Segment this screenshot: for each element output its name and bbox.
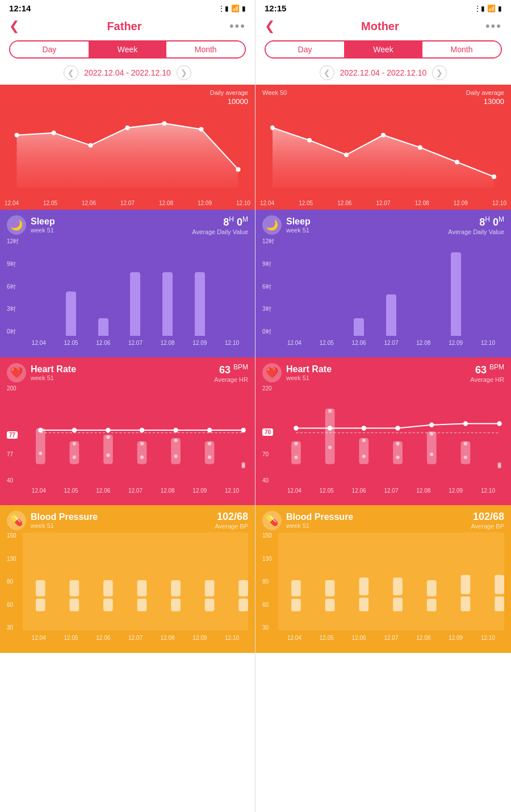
bp-x-label: 12.06 bbox=[96, 635, 110, 641]
hr-y-label: 40 bbox=[7, 477, 16, 484]
sleep-y-labels: 12时9时6时3时0时 bbox=[262, 238, 274, 336]
steps-x-labels: 12.0412.0512.0612.0712.0812.0912.10 bbox=[5, 200, 250, 206]
hr-x-label: 12.07 bbox=[384, 488, 398, 494]
tab-month[interactable]: Month bbox=[166, 41, 245, 57]
svg-point-55 bbox=[455, 160, 459, 164]
svg-point-31 bbox=[106, 428, 110, 432]
steps-x-label: 12.05 bbox=[299, 200, 313, 206]
sleep-bar bbox=[354, 318, 364, 336]
svg-point-84 bbox=[463, 422, 467, 426]
hr-y-labels: 2207040 bbox=[262, 385, 272, 484]
heart-rate-card: ❤️ Heart Rate week 51 63 BPM Average HR … bbox=[0, 357, 255, 505]
bp-x-label: 12.09 bbox=[192, 635, 207, 641]
steps-chart bbox=[5, 109, 250, 194]
hr-y-label: 77 bbox=[7, 451, 16, 457]
bp-svg-chart bbox=[23, 532, 248, 631]
svg-point-78 bbox=[497, 463, 501, 466]
svg-rect-95 bbox=[427, 580, 437, 597]
sleep-value-group: 8H 0M Average Daily Value bbox=[448, 215, 504, 235]
svg-point-63 bbox=[328, 445, 332, 449]
tab-week[interactable]: Week bbox=[89, 41, 167, 57]
tab-day[interactable]: Day bbox=[266, 41, 344, 57]
svg-point-25 bbox=[208, 456, 211, 459]
svg-rect-49 bbox=[238, 580, 248, 596]
svg-point-62 bbox=[328, 409, 332, 413]
steps-value: 10000 bbox=[228, 97, 248, 106]
more-button[interactable]: ••• bbox=[229, 19, 246, 34]
svg-rect-14 bbox=[103, 435, 113, 464]
tab-week[interactable]: Week bbox=[344, 41, 422, 57]
svg-rect-91 bbox=[359, 577, 368, 595]
status-time: 12:14 bbox=[9, 3, 31, 13]
bp-y-labels: 150130806030 bbox=[262, 532, 272, 631]
date-range: 2022.12.04 - 2022.12.10 bbox=[340, 68, 427, 77]
hr-avg-label: Average HR bbox=[470, 376, 504, 383]
sleep-y-label: 0时 bbox=[7, 328, 19, 336]
svg-point-60 bbox=[294, 456, 298, 459]
date-next-button[interactable]: ❯ bbox=[177, 65, 191, 80]
date-next-button[interactable]: ❯ bbox=[432, 65, 447, 80]
sleep-y-label: 9时 bbox=[7, 260, 19, 268]
hr-value: 63 BPM bbox=[470, 363, 504, 376]
wifi-icon: 📶 bbox=[487, 5, 496, 13]
steps-x-label: 12.10 bbox=[236, 200, 250, 206]
sleep-y-label: 6时 bbox=[262, 283, 274, 291]
bp-x-label: 12.04 bbox=[287, 635, 301, 641]
panel-father: 12:14 ⋮▮ 📶 ▮ ❮ Father ••• DayWeekMonth ❮… bbox=[0, 0, 256, 812]
sleep-bar bbox=[162, 272, 173, 336]
svg-point-34 bbox=[207, 428, 211, 432]
svg-rect-97 bbox=[461, 575, 471, 594]
date-navigator: ❮ 2022.12.04 - 2022.12.10 ❯ bbox=[0, 63, 255, 85]
bp-x-label: 12.10 bbox=[481, 635, 495, 641]
svg-rect-46 bbox=[205, 599, 215, 611]
hr-x-label: 12.05 bbox=[320, 488, 334, 494]
sleep-title-group: 🌙 Sleep week 51 bbox=[7, 215, 55, 235]
sleep-x-label: 12.05 bbox=[64, 340, 78, 346]
date-prev-button[interactable]: ❮ bbox=[320, 65, 334, 80]
svg-point-66 bbox=[362, 455, 366, 458]
hr-avg-label: Average HR bbox=[214, 376, 248, 383]
more-button[interactable]: ••• bbox=[485, 19, 502, 34]
tab-day[interactable]: Day bbox=[10, 41, 89, 57]
sleep-value-group: 8H 0M Average Daily Value bbox=[192, 215, 248, 235]
hr-header: ❤️ Heart Rate week 51 63 BPM Average HR bbox=[7, 363, 248, 383]
svg-rect-38 bbox=[70, 599, 79, 611]
back-button[interactable]: ❮ bbox=[265, 19, 275, 34]
svg-point-74 bbox=[464, 442, 467, 445]
svg-point-1 bbox=[52, 131, 55, 135]
date-prev-button[interactable]: ❮ bbox=[64, 65, 78, 80]
steps-x-label: 12.07 bbox=[376, 200, 390, 206]
sleep-x-label: 12.07 bbox=[384, 340, 398, 346]
steps-card: Daily average10000 12.0412.0512.0612.071… bbox=[0, 85, 255, 210]
bp-x-label: 12.08 bbox=[161, 635, 175, 641]
bp-y-label: 30 bbox=[262, 624, 272, 631]
tab-month[interactable]: Month bbox=[422, 41, 501, 57]
svg-rect-36 bbox=[36, 599, 45, 611]
svg-rect-86 bbox=[291, 599, 301, 611]
steps-avg-label: Daily average bbox=[210, 89, 248, 96]
hr-value: 63 BPM bbox=[214, 363, 248, 376]
sleep-x-label: 12.04 bbox=[287, 340, 301, 346]
hr-y-label: 40 bbox=[262, 477, 272, 484]
sleep-avg-label: Average Daily Value bbox=[448, 228, 504, 235]
sleep-bar bbox=[386, 294, 396, 336]
date-navigator: ❮ 2022.12.04 - 2022.12.10 ❯ bbox=[256, 63, 511, 85]
bp-x-label: 12.07 bbox=[128, 635, 143, 641]
hr-x-label: 12.09 bbox=[192, 488, 207, 494]
hr-y-label: 70 bbox=[262, 451, 272, 457]
svg-rect-45 bbox=[171, 580, 181, 596]
sleep-labels: Sleep week 51 bbox=[31, 216, 55, 234]
bp-x-labels: 12.0412.0512.0612.0712.0812.0912.10 bbox=[278, 635, 504, 641]
sleep-icon: 🌙 bbox=[7, 215, 26, 235]
svg-rect-94 bbox=[427, 599, 437, 611]
svg-rect-42 bbox=[137, 599, 147, 611]
status-bar: 12:14 ⋮▮ 📶 ▮ bbox=[0, 0, 255, 15]
sleep-x-label: 12.10 bbox=[225, 340, 239, 346]
hr-value-group: 63 BPM Average HR bbox=[214, 363, 248, 383]
sleep-x-label: 12.04 bbox=[32, 340, 46, 346]
back-button[interactable]: ❮ bbox=[9, 19, 19, 34]
sleep-x-label: 12.10 bbox=[481, 340, 495, 346]
hr-labels: Heart Rate week 51 bbox=[31, 364, 76, 381]
sleep-x-labels: 12.0412.0512.0612.0712.0812.0912.10 bbox=[278, 340, 504, 346]
bp-y-label: 80 bbox=[262, 578, 272, 585]
